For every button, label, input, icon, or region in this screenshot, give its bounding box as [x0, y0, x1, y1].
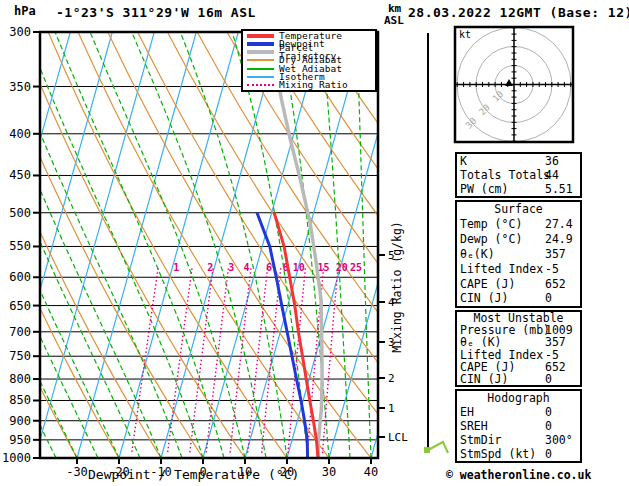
legend-swatch-line: [247, 50, 274, 54]
panel-row: Lifted Index-5: [460, 349, 577, 361]
mixing-ratio-value-label: 25: [350, 262, 362, 273]
panel-row: Dewp (°C)24.9: [460, 233, 577, 245]
legend-swatch-line: [247, 42, 274, 46]
pressure-tick-label: 900: [9, 414, 31, 428]
panel-row-label: Temp (°C): [460, 218, 522, 230]
mixing-ratio-value-label: 10: [293, 262, 305, 273]
panel-row-value: 27.4: [545, 218, 573, 230]
panel-row-label: Dewp (°C): [460, 233, 522, 245]
legend-swatch-dotted: [247, 84, 274, 86]
panel-row-value: 0: [545, 406, 552, 418]
hodograph-svg: 102030: [450, 22, 580, 147]
panel-row: K36: [460, 155, 577, 167]
panel-row-value: 24.9: [545, 233, 573, 245]
legend-swatch-line: [247, 59, 274, 61]
panel-row: CAPE (J)652: [460, 278, 577, 290]
panel-row-value: 36: [545, 155, 559, 167]
wet-adiabat-line: [90, 32, 245, 458]
temp-axis-title: Dewpoint / Temperature (°C): [88, 467, 299, 482]
pressure-tick-label: 350: [9, 80, 31, 94]
stats-panel-surface: SurfaceTemp (°C)27.4Dewp (°C)24.9θₑ(K)35…: [455, 200, 582, 308]
panel-row: StmSpd (kt)0: [460, 448, 577, 460]
panel-row-label: StmDir: [460, 434, 502, 446]
panel-row: θₑ(K)357: [460, 248, 577, 260]
panel-row-value: 652: [545, 278, 566, 290]
panel-row: CAPE (J)652: [460, 361, 577, 373]
km-tick-label: 1: [388, 402, 395, 415]
km-tick-label: 2: [388, 372, 395, 385]
panel-row: θₑ (K)357: [460, 336, 577, 348]
dry-adiabat-line: [167, 32, 455, 458]
legend-label: Mixing Ratio: [279, 81, 348, 89]
panel-row: CIN (J)0: [460, 292, 577, 304]
panel-row: Temp (°C)27.4: [460, 218, 577, 230]
panel-title: Hodograph: [460, 392, 577, 404]
mixing-ratio-line: [322, 268, 338, 454]
hodograph-ring-label: 20: [477, 102, 492, 117]
pressure-tick-label: 450: [9, 168, 31, 182]
mixing-ratio-line: [190, 268, 213, 454]
panel-row-value: 5.51: [545, 183, 573, 195]
panel-row-value: 0: [545, 373, 552, 385]
panel-row-label: K: [460, 155, 467, 167]
mixing-ratio-value-label: 3: [228, 262, 234, 273]
panel-row-label: Lifted Index: [460, 263, 543, 275]
panel-row-label: Lifted Index: [460, 349, 543, 361]
panel-row: PW (cm)5.51: [460, 183, 577, 195]
panel-row-label: θₑ(K): [460, 248, 495, 260]
stats-panel-indices: K36Totals Totals44PW (cm)5.51: [455, 152, 582, 198]
panel-row-value: -5: [545, 349, 559, 361]
mixing-ratio-value-label: 6: [266, 262, 272, 273]
hodograph-plot: 102030: [455, 27, 573, 142]
panel-row-value: 300°: [545, 434, 573, 446]
legend-swatch-line: [247, 68, 274, 70]
panel-row-value: -5: [545, 263, 559, 275]
pressure-tick-label: 800: [9, 372, 31, 386]
panel-row-label: Totals Totals: [460, 169, 550, 181]
panel-row-value: 0: [545, 448, 552, 460]
panel-row-label: EH: [460, 406, 474, 418]
hodograph-ring-label: 30: [464, 116, 479, 131]
wet-adiabat-line: [322, 32, 350, 458]
hodograph-unit-label: kt: [459, 29, 471, 40]
km-tick-label: LCL: [388, 431, 408, 444]
panel-row: Lifted Index-5: [460, 263, 577, 275]
temp-tick-label: 30: [322, 465, 336, 479]
panel-row-label: SREH: [460, 420, 488, 432]
panel-row-value: 357: [545, 336, 566, 348]
pressure-tick-label: 400: [9, 127, 31, 141]
panel-row-label: CAPE (J): [460, 278, 515, 290]
panel-row-label: PW (cm): [460, 183, 508, 195]
temp-tick-label: -30: [66, 465, 88, 479]
panel-row-value: 0: [545, 420, 552, 432]
panel-row-value: 652: [545, 361, 566, 373]
panel-row-label: CIN (J): [460, 292, 508, 304]
hodograph-trace-marker: [505, 79, 513, 86]
legend-swatch-line: [247, 34, 274, 38]
pressure-tick-label: 1000: [2, 451, 31, 465]
panel-row-value: 357: [545, 248, 566, 260]
pressure-tick-label: 700: [9, 325, 31, 339]
hodograph-ring-label: 10: [491, 89, 506, 104]
mixing-ratio-value-label: 20: [336, 262, 348, 273]
mixing-ratio-value-label: 4: [244, 262, 250, 273]
panel-row-value: 44: [545, 169, 559, 181]
wind-profile-staff: [427, 33, 429, 450]
panel-row-label: StmSpd (kt): [460, 448, 536, 460]
panel-row: SREH0: [460, 420, 577, 432]
temp-tick-label: 40: [364, 465, 378, 479]
panel-row-label: θₑ (K): [460, 336, 502, 348]
panel-row: CIN (J)0: [460, 373, 577, 385]
sounding-page: hPa -1°23'S 311°29'W 16m ASL km ASL 28.0…: [0, 0, 629, 486]
panel-title: Surface: [460, 203, 577, 215]
legend-swatch-line: [247, 76, 274, 78]
panel-row-value: 0: [545, 292, 552, 304]
wind-barb-icon: [418, 436, 454, 460]
mixing-ratio-line: [230, 268, 251, 454]
pressure-tick-label: 950: [9, 433, 31, 447]
legend-box: TemperatureDewpointParcel TrajectoryDry …: [241, 29, 377, 92]
panel-row: StmDir300°: [460, 434, 577, 446]
legend-item: Mixing Ratio: [247, 81, 375, 89]
mixing-ratio-axis-label: Mixing Ratio (g/kg): [390, 221, 404, 353]
mixing-ratio-value-label: 1: [173, 262, 179, 273]
